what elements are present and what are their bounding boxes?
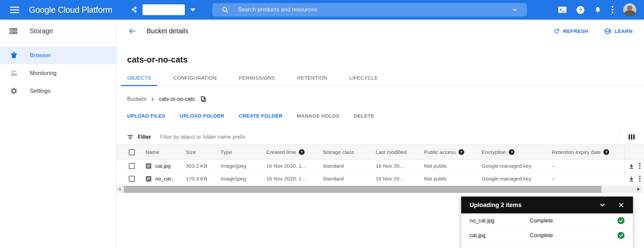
refresh-button[interactable]: REFRESH bbox=[553, 27, 588, 35]
column-display-options-button[interactable] bbox=[619, 129, 644, 144]
cell-storage-class: Standard bbox=[323, 163, 376, 169]
success-check-icon bbox=[618, 232, 625, 239]
upload-panel-header: Uploading 2 items bbox=[461, 197, 633, 213]
cell-public-access: Not public bbox=[424, 176, 482, 182]
filter-input[interactable] bbox=[160, 134, 619, 140]
breadcrumb-current: cats-or-no-cats bbox=[159, 96, 195, 102]
sidebar: Storage Browser Monitoring Settings bbox=[0, 19, 116, 248]
sidebar-item-monitoring[interactable]: Monitoring bbox=[0, 64, 116, 82]
file-icon bbox=[146, 163, 152, 169]
project-selector[interactable] bbox=[143, 4, 185, 15]
upload-item-filename: no_cat.jpg bbox=[470, 218, 530, 224]
select-all-checkbox[interactable] bbox=[129, 149, 135, 155]
scroll-left-arrow-icon[interactable] bbox=[118, 188, 121, 191]
manage-holds-button[interactable]: MANAGE HOLDS bbox=[297, 113, 339, 119]
column-header-type: Type bbox=[221, 149, 266, 155]
horizontal-scrollbar[interactable] bbox=[116, 186, 642, 193]
notifications-bell-icon[interactable] bbox=[594, 6, 602, 14]
upload-folder-button[interactable]: UPLOAD FOLDER bbox=[180, 113, 224, 119]
search-expand-chevron-icon[interactable] bbox=[512, 6, 518, 13]
close-icon[interactable] bbox=[618, 202, 625, 208]
scroll-right-arrow-icon[interactable] bbox=[637, 188, 640, 191]
column-header-actions bbox=[625, 145, 644, 159]
breadcrumb-chevron-icon bbox=[151, 97, 154, 102]
download-icon[interactable] bbox=[628, 175, 635, 182]
collapse-chevron-icon[interactable] bbox=[599, 201, 606, 209]
project-cluster-icon bbox=[131, 6, 138, 14]
sidebar-item-label: Settings bbox=[30, 88, 50, 94]
cell-encryption: Google-managed key bbox=[482, 176, 552, 182]
tab-objects[interactable]: OBJECTS bbox=[121, 70, 157, 86]
account-avatar[interactable] bbox=[623, 3, 636, 16]
column-header-name: Name bbox=[146, 149, 159, 155]
upload-item-status: Complete bbox=[530, 218, 553, 224]
hamburger-menu-icon[interactable] bbox=[10, 7, 19, 13]
refresh-label: REFRESH bbox=[563, 28, 588, 34]
monitoring-chart-icon bbox=[10, 69, 18, 77]
help-icon[interactable]: ? bbox=[577, 6, 584, 14]
cell-encryption: Google-managed key bbox=[482, 163, 552, 169]
create-folder-button[interactable]: CREATE FOLDER bbox=[239, 113, 282, 119]
page-title: Bucket details bbox=[147, 27, 189, 35]
refresh-icon bbox=[553, 28, 560, 35]
search-input[interactable] bbox=[238, 6, 512, 13]
object-name-link[interactable]: no_cat.jpg bbox=[155, 176, 173, 182]
columns-icon bbox=[629, 134, 635, 139]
cell-size: 303.2 KB bbox=[186, 163, 221, 169]
learn-label: LEARN bbox=[614, 28, 633, 34]
sidebar-item-label: Browser bbox=[30, 52, 51, 59]
upload-progress-panel: Uploading 2 items no_cat.jpg Complete ca… bbox=[461, 197, 633, 248]
delete-button[interactable]: DELETE bbox=[354, 113, 374, 119]
sidebar-item-browser[interactable]: Browser bbox=[0, 46, 116, 64]
table-row: no_cat.jpg 170.3 KB image/jpeg 16 Nov 20… bbox=[116, 172, 644, 185]
page-toolbar: Bucket details REFRESH LEARN bbox=[116, 19, 644, 43]
back-arrow-icon[interactable] bbox=[128, 27, 137, 36]
cell-last-modified: 16 Nov 20... bbox=[376, 176, 424, 182]
column-header-storage-class: Storage class bbox=[323, 149, 376, 155]
breadcrumb-buckets-link[interactable]: Buckets bbox=[127, 96, 146, 102]
project-dropdown-caret-icon[interactable] bbox=[190, 8, 196, 11]
tab-retention[interactable]: RETENTION bbox=[291, 70, 333, 86]
upload-item-status: Complete bbox=[530, 233, 553, 239]
cell-type: image/jpeg bbox=[221, 163, 266, 169]
help-question-icon[interactable] bbox=[603, 149, 609, 155]
product-logo[interactable]: Google Cloud Platform bbox=[29, 5, 112, 15]
row-menu-icon[interactable] bbox=[639, 163, 641, 169]
object-name-link[interactable]: cat.jpg bbox=[155, 163, 171, 169]
row-menu-icon[interactable] bbox=[639, 175, 641, 182]
upload-item: no_cat.jpg Complete bbox=[461, 213, 633, 228]
tab-lifecycle[interactable]: LIFECYCLE bbox=[343, 70, 384, 86]
cell-retention-expiry: – bbox=[552, 163, 625, 169]
cell-size: 170.3 KB bbox=[186, 176, 221, 182]
sidebar-item-settings[interactable]: Settings bbox=[0, 82, 116, 100]
row-checkbox[interactable] bbox=[129, 176, 135, 182]
filter-icon bbox=[127, 135, 133, 139]
help-question-icon[interactable] bbox=[509, 149, 515, 155]
cloud-shell-icon[interactable] bbox=[558, 6, 567, 13]
top-app-bar: Google Cloud Platform ? bbox=[0, 0, 644, 19]
gcp-console: Google Cloud Platform ? bbox=[0, 0, 644, 248]
tab-permissions[interactable]: PERMISSIONS bbox=[233, 70, 281, 86]
help-question-icon[interactable] bbox=[299, 149, 305, 155]
filter-label: Filter bbox=[138, 134, 151, 140]
table-header: Name Size Type Created time Storage clas… bbox=[116, 145, 644, 160]
column-header-size: Size bbox=[186, 149, 221, 155]
upload-item: cat.jpg Complete bbox=[461, 228, 633, 243]
row-checkbox[interactable] bbox=[129, 163, 135, 169]
upload-item-filename: cat.jpg bbox=[470, 233, 530, 239]
bucket-icon bbox=[10, 51, 18, 59]
tab-configuration[interactable]: CONFIGURATION bbox=[167, 70, 223, 86]
success-check-icon bbox=[618, 217, 625, 224]
more-options-icon[interactable] bbox=[611, 6, 613, 14]
scrollbar-thumb[interactable] bbox=[124, 186, 601, 193]
breadcrumb: Buckets cats-or-no-cats bbox=[127, 95, 644, 103]
upload-files-button[interactable]: UPLOAD FILES bbox=[127, 113, 165, 119]
sidebar-nav: Browser Monitoring Settings bbox=[0, 46, 116, 100]
cell-created-time: 16 Nov 2020, 1... bbox=[266, 163, 323, 169]
storage-product-icon bbox=[8, 27, 19, 36]
copy-icon[interactable] bbox=[200, 95, 207, 103]
learn-button[interactable]: LEARN bbox=[603, 27, 633, 35]
download-icon[interactable] bbox=[628, 163, 635, 169]
global-search-bar[interactable] bbox=[212, 3, 527, 16]
help-question-icon[interactable] bbox=[459, 149, 464, 155]
